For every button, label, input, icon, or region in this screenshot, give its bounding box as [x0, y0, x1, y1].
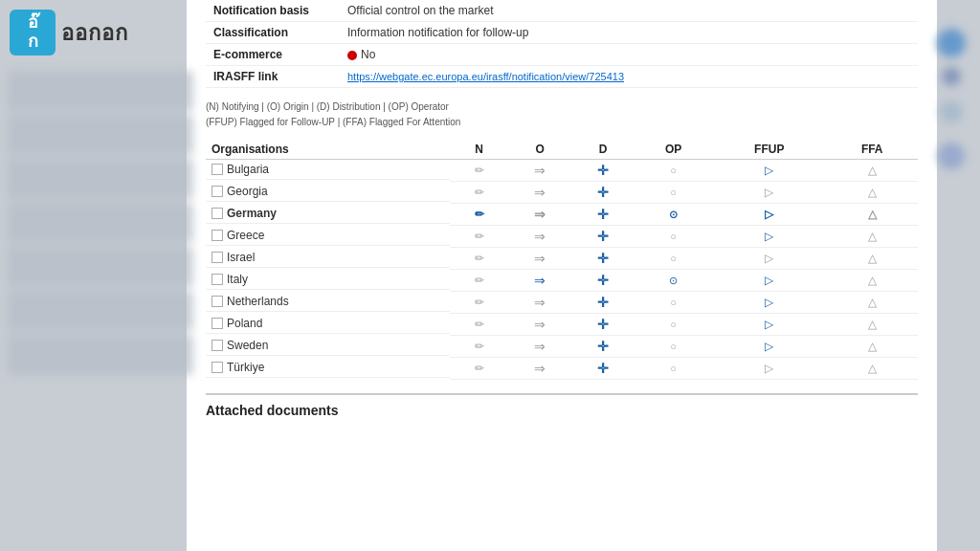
- col-n[interactable]: ✏: [450, 182, 508, 204]
- triangle-icon: △: [868, 252, 877, 265]
- col-d[interactable]: ✛: [571, 160, 635, 182]
- col-ffup[interactable]: ▷: [712, 248, 826, 270]
- cross-icon: ✛: [597, 251, 609, 266]
- table-row: Sweden✏⇒✛○▷△: [206, 336, 918, 358]
- col-o[interactable]: ⇒: [508, 314, 571, 336]
- circle-icon: ○: [670, 341, 677, 352]
- org-checkbox[interactable]: [212, 362, 223, 373]
- col-d[interactable]: ✛: [571, 182, 635, 204]
- col-ffup[interactable]: ▷: [712, 182, 826, 204]
- col-op[interactable]: ○: [635, 336, 712, 358]
- org-checkbox[interactable]: [212, 164, 223, 175]
- org-name-cell[interactable]: Poland: [206, 314, 450, 334]
- col-o[interactable]: ⇒: [508, 358, 571, 380]
- arrow-icon: ▷: [765, 296, 773, 309]
- col-o[interactable]: ⇒: [508, 182, 571, 204]
- col-op[interactable]: ⊙: [635, 204, 712, 226]
- org-name: Türkiye: [227, 361, 264, 374]
- org-name-cell[interactable]: Greece: [206, 226, 450, 246]
- col-n[interactable]: ✏: [450, 270, 508, 292]
- col-ffup[interactable]: ▷: [712, 292, 826, 314]
- col-d[interactable]: ✛: [571, 270, 635, 292]
- org-checkbox[interactable]: [212, 252, 223, 263]
- org-name-cell[interactable]: Italy: [206, 270, 450, 290]
- col-ffa[interactable]: △: [826, 160, 918, 182]
- move-icon: ⇒: [534, 163, 546, 178]
- org-name-cell[interactable]: Bulgaria: [206, 160, 450, 180]
- col-ffa[interactable]: △: [826, 248, 918, 270]
- col-o[interactable]: ⇒: [508, 248, 571, 270]
- col-ffa[interactable]: △: [826, 182, 918, 204]
- col-n[interactable]: ✏: [450, 248, 508, 270]
- col-d[interactable]: ✛: [571, 248, 635, 270]
- col-op[interactable]: ○: [635, 358, 712, 380]
- col-ffa[interactable]: △: [826, 292, 918, 314]
- col-n[interactable]: ✏: [450, 204, 508, 226]
- col-ffa[interactable]: △: [826, 314, 918, 336]
- col-ffup[interactable]: ▷: [712, 160, 826, 182]
- table-header-row: Organisations N O D OP FFUP FFA: [206, 140, 918, 160]
- arrow-icon: ▷: [765, 186, 773, 199]
- org-name-cell[interactable]: Netherlands: [206, 292, 450, 312]
- col-o[interactable]: ⇒: [508, 270, 571, 292]
- col-o[interactable]: ⇒: [508, 336, 571, 358]
- col-op[interactable]: ○: [635, 248, 712, 270]
- org-checkbox[interactable]: [212, 208, 223, 219]
- org-checkbox[interactable]: [212, 186, 223, 197]
- org-name-cell[interactable]: Georgia: [206, 182, 450, 202]
- col-header-organisations: Organisations: [206, 140, 450, 160]
- col-ffup[interactable]: ▷: [712, 314, 826, 336]
- org-name-cell[interactable]: Türkiye: [206, 358, 450, 378]
- col-n[interactable]: ✏: [450, 336, 508, 358]
- arrow-icon: ▷: [765, 274, 773, 287]
- col-n[interactable]: ✏: [450, 358, 508, 380]
- col-o[interactable]: ⇒: [508, 226, 571, 248]
- col-n[interactable]: ✏: [450, 160, 508, 182]
- col-d[interactable]: ✛: [571, 314, 635, 336]
- col-op[interactable]: ○: [635, 226, 712, 248]
- col-ffup[interactable]: ▷: [712, 336, 826, 358]
- col-d[interactable]: ✛: [571, 358, 635, 380]
- col-op[interactable]: ⊙: [635, 270, 712, 292]
- cross-icon: ✛: [597, 229, 609, 244]
- col-ffa[interactable]: △: [826, 336, 918, 358]
- value-classification: Information notification for follow-up: [340, 22, 918, 44]
- col-ffa[interactable]: △: [826, 358, 918, 380]
- value-irasff[interactable]: https://webgate.ec.europa.eu/irasff/noti…: [340, 66, 918, 88]
- col-ffup[interactable]: ▷: [712, 358, 826, 380]
- org-checkbox[interactable]: [212, 274, 223, 285]
- arrow-icon: ▷: [765, 318, 773, 331]
- col-op[interactable]: ○: [635, 160, 712, 182]
- irasff-link[interactable]: https://webgate.ec.europa.eu/irasff/noti…: [347, 71, 624, 82]
- logo-area: อ๊ก ออกอก: [10, 10, 128, 55]
- org-checkbox[interactable]: [212, 296, 223, 307]
- col-ffup[interactable]: ▷: [712, 270, 826, 292]
- org-checkbox[interactable]: [212, 318, 223, 329]
- org-checkbox[interactable]: [212, 230, 223, 241]
- org-name-cell[interactable]: Germany: [206, 204, 450, 224]
- col-ffup[interactable]: ▷: [712, 226, 826, 248]
- col-ffup[interactable]: ▷: [712, 204, 826, 226]
- col-ffa[interactable]: △: [826, 204, 918, 226]
- move-icon: ⇒: [534, 251, 546, 266]
- org-checkbox[interactable]: [212, 340, 223, 351]
- col-d[interactable]: ✛: [571, 292, 635, 314]
- org-name-cell[interactable]: Israel: [206, 248, 450, 268]
- col-op[interactable]: ○: [635, 292, 712, 314]
- table-row: Israel✏⇒✛○▷△: [206, 248, 918, 270]
- col-d[interactable]: ✛: [571, 336, 635, 358]
- col-op[interactable]: ○: [635, 314, 712, 336]
- col-o[interactable]: ⇒: [508, 204, 571, 226]
- col-n[interactable]: ✏: [450, 226, 508, 248]
- org-name-cell[interactable]: Sweden: [206, 336, 450, 356]
- col-n[interactable]: ✏: [450, 292, 508, 314]
- circle-icon: ○: [670, 319, 677, 330]
- col-d[interactable]: ✛: [571, 204, 635, 226]
- col-o[interactable]: ⇒: [508, 292, 571, 314]
- col-op[interactable]: ○: [635, 182, 712, 204]
- col-d[interactable]: ✛: [571, 226, 635, 248]
- col-ffa[interactable]: △: [826, 226, 918, 248]
- col-ffa[interactable]: △: [826, 270, 918, 292]
- col-o[interactable]: ⇒: [508, 160, 571, 182]
- col-n[interactable]: ✏: [450, 314, 508, 336]
